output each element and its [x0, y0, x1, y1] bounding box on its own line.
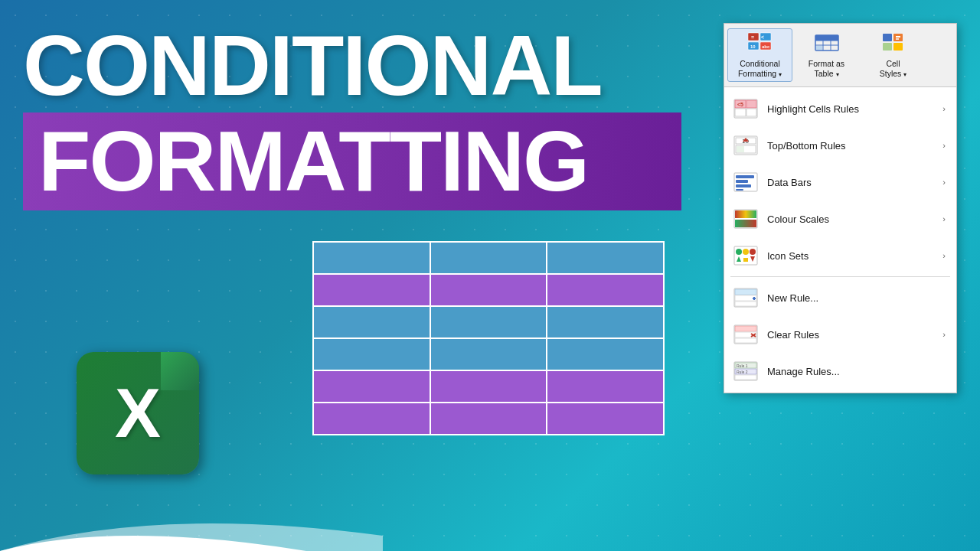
- svg-rect-40: [735, 220, 756, 227]
- excel-letter: X: [115, 374, 161, 453]
- svg-rect-24: [735, 109, 746, 116]
- data-bars-label: Data Bars: [767, 177, 942, 188]
- table-cell: [430, 403, 547, 435]
- icon-sets-label: Icon Sets: [767, 250, 942, 262]
- menu-item-data-bars[interactable]: Data Bars ›: [724, 164, 956, 201]
- svg-text:<5: <5: [737, 102, 743, 107]
- menu-item-colour-scales[interactable]: Colour Scales ›: [724, 201, 956, 237]
- table-cell: [313, 370, 430, 403]
- title-area: CONDITIONAL FORMATTING: [23, 23, 689, 210]
- title-line2: FORMATTING: [38, 119, 666, 204]
- excel-logo-fold: [161, 352, 199, 390]
- conditional-formatting-label: ConditionalFormatting ▾: [738, 59, 782, 78]
- menu-item-manage-rules[interactable]: Rule 1 Rule 2 Manage Rules...: [724, 353, 956, 390]
- white-curve-decoration: [0, 474, 383, 551]
- svg-rect-32: [737, 146, 744, 152]
- svg-text:Rule 2: Rule 2: [737, 370, 748, 374]
- colour-scales-icon: [732, 207, 760, 230]
- format-table-label: Format asTable ▾: [808, 59, 844, 78]
- svg-point-43: [743, 249, 749, 255]
- format-table-icon: [815, 32, 839, 57]
- svg-rect-36: [736, 184, 751, 187]
- menu-item-icon-sets[interactable]: Icon Sets ›: [724, 237, 956, 274]
- table-cell: [313, 306, 430, 338]
- excel-logo-outer: X: [77, 352, 199, 474]
- table-cell: [313, 242, 430, 274]
- svg-rect-23: [746, 100, 756, 108]
- cell-styles-icon: [882, 32, 905, 57]
- svg-rect-35: [736, 180, 748, 183]
- svg-rect-25: [746, 109, 756, 116]
- manage-rules-label: Manage Rules...: [767, 366, 946, 377]
- table-row: [313, 338, 664, 370]
- top-bottom-arrow: ›: [942, 141, 946, 150]
- top-bottom-label: Top/Bottom Rules: [767, 140, 942, 152]
- svg-point-42: [736, 249, 742, 255]
- table-cell: [313, 274, 430, 306]
- svg-rect-51: [735, 302, 756, 306]
- manage-rules-icon: Rule 1 Rule 2: [732, 360, 760, 383]
- icon-sets-icon: [732, 244, 760, 267]
- cell-styles-label: CellStyles ▾: [880, 59, 907, 78]
- svg-rect-34: [736, 175, 754, 178]
- svg-rect-46: [743, 258, 748, 262]
- table-cell: [430, 370, 547, 403]
- cell-styles-button[interactable]: CellStyles ▾: [861, 28, 926, 82]
- table-cell: [430, 306, 547, 338]
- icon-sets-arrow: ›: [942, 251, 946, 260]
- menu-divider-1: [730, 276, 950, 277]
- clear-rules-icon: [732, 323, 760, 346]
- svg-rect-55: [735, 326, 756, 331]
- menu-item-new-rule[interactable]: New Rule...: [724, 279, 956, 316]
- conditional-formatting-button[interactable]: = < 10 abc ConditionalFormatting ▾: [727, 28, 792, 82]
- menu-item-highlight-cells[interactable]: <5 Highlight Cells Rules ›: [724, 90, 956, 127]
- table-cell: [430, 338, 547, 370]
- highlight-cells-label: Highlight Cells Rules: [767, 103, 942, 115]
- svg-rect-49: [735, 289, 756, 295]
- table-cell: [547, 338, 664, 370]
- svg-rect-9: [815, 35, 838, 41]
- colour-scales-arrow: ›: [942, 214, 946, 223]
- svg-point-44: [750, 249, 756, 255]
- title-bar: FORMATTING: [23, 112, 681, 210]
- highlight-cells-arrow: ›: [942, 104, 946, 113]
- menu-section: <5 Highlight Cells Rules › 10 Top/Bottom…: [724, 87, 956, 393]
- spreadsheet-table: [312, 241, 665, 435]
- table-cell: [547, 274, 664, 306]
- data-bars-icon: [732, 171, 760, 194]
- svg-rect-37: [736, 189, 743, 191]
- table-cell: [547, 370, 664, 403]
- table-row: [313, 403, 664, 435]
- colour-scales-label: Colour Scales: [767, 214, 942, 225]
- format-as-table-button[interactable]: Format asTable ▾: [794, 28, 859, 82]
- svg-text:<: <: [761, 34, 764, 40]
- conditional-formatting-icon: = < 10 abc: [747, 32, 773, 57]
- table-cell: [547, 403, 664, 435]
- table-cell: [430, 274, 547, 306]
- highlight-cells-icon: <5: [732, 97, 760, 120]
- svg-text:=: =: [751, 34, 754, 40]
- table-cell: [313, 338, 430, 370]
- svg-rect-39: [735, 210, 756, 218]
- menu-item-top-bottom[interactable]: 10 Top/Bottom Rules ›: [724, 127, 956, 164]
- svg-rect-57: [735, 338, 756, 343]
- svg-rect-17: [883, 43, 892, 51]
- new-rule-icon: [732, 286, 760, 309]
- svg-rect-14: [816, 46, 822, 50]
- table-row: [313, 306, 664, 338]
- table-cell: [430, 242, 547, 274]
- table-row: [313, 370, 664, 403]
- table-row: [313, 274, 664, 306]
- top-bottom-icon: 10: [732, 134, 760, 157]
- svg-text:10: 10: [750, 44, 756, 49]
- svg-rect-18: [893, 43, 903, 51]
- menu-item-clear-rules[interactable]: Clear Rules ›: [724, 316, 956, 353]
- clear-rules-arrow: ›: [942, 330, 946, 339]
- svg-text:abc: abc: [762, 44, 770, 49]
- svg-rect-15: [883, 34, 892, 41]
- data-bars-arrow: ›: [942, 178, 946, 187]
- svg-text:Rule 1: Rule 1: [737, 364, 748, 368]
- excel-logo: X: [77, 352, 199, 474]
- new-rule-label: New Rule...: [767, 292, 946, 304]
- conditional-formatting-dropdown: = < 10 abc ConditionalFormatting ▾: [724, 23, 957, 393]
